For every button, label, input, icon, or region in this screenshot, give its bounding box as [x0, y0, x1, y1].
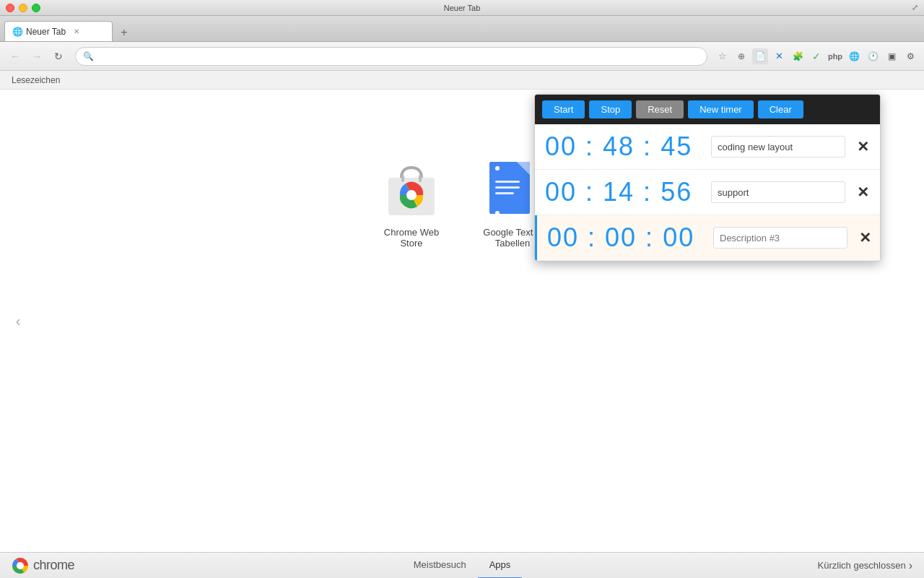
ext-icon-1[interactable]: ⊕ [733, 48, 749, 64]
toolbar-icons: ☆ ⊕ 📄 ✕ 🧩 ✓ php 🌐 🕐 ▣ ⚙ [715, 48, 918, 64]
chrome-brand-text: chrome [33, 558, 74, 573]
ext-icon-10[interactable]: ⚙ [902, 48, 918, 64]
back-button[interactable]: ← [6, 47, 25, 66]
svg-rect-5 [419, 175, 422, 182]
main-content: Chrome Web Store [0, 90, 924, 552]
timer-delete-1[interactable]: ✕ [853, 137, 873, 157]
new-tab-button[interactable]: + [116, 24, 133, 41]
app-chrome-web-store[interactable]: Chrome Web Store [375, 162, 448, 249]
timer-display-2: 00 : 14 : 56 [545, 177, 704, 207]
chrome-web-store-icon [383, 162, 440, 220]
ext-icon-8[interactable]: 🕐 [865, 48, 881, 64]
bottom-recently-closed[interactable]: Kürzlich geschlossen › [818, 559, 912, 572]
bookmark-star-icon[interactable]: ☆ [715, 48, 731, 64]
bottom-tab-apps[interactable]: Apps [478, 553, 523, 579]
bookmarks-bar: Lesezeichen [0, 71, 924, 90]
left-arrow-button[interactable]: ‹ [7, 310, 29, 332]
bottom-bar: chrome Meistbesuch Apps Kürzlich geschlo… [0, 552, 924, 578]
chevron-right-icon: › [909, 559, 912, 572]
timer-display-3: 00 : 00 : 00 [547, 223, 706, 253]
tab-label: Neuer Tab [26, 27, 66, 37]
title-bar-right: ⤢ [912, 3, 918, 12]
address-bar: 🔍 [75, 47, 707, 66]
bottom-left: chrome [12, 557, 74, 574]
svg-point-3 [406, 190, 417, 200]
search-icon: 🔍 [83, 51, 94, 61]
new-timer-button[interactable]: New timer [688, 100, 754, 118]
reload-button[interactable]: ↻ [49, 47, 68, 66]
title-bar: Neuer Tab ⤢ [0, 0, 924, 16]
tab-neuer-tab[interactable]: 🌐 Neuer Tab ✕ [4, 21, 113, 41]
ext-icon-3[interactable]: ✕ [771, 48, 787, 64]
timer-desc-input-2[interactable] [711, 181, 845, 203]
maximize-button[interactable] [32, 4, 40, 12]
ext-icon-2[interactable]: 📄 [752, 48, 768, 64]
stop-button[interactable]: Stop [589, 100, 632, 118]
reset-button[interactable]: Reset [636, 100, 684, 118]
timer-desc-input-1[interactable] [711, 136, 845, 158]
minimize-button[interactable] [19, 4, 27, 12]
window-controls [6, 4, 40, 12]
forward-button[interactable]: → [27, 47, 46, 66]
timer-display-1: 00 : 48 : 45 [545, 131, 704, 162]
start-button[interactable]: Start [542, 100, 585, 118]
apps-grid: Chrome Web Store [375, 162, 549, 249]
bookmarks-label[interactable]: Lesezeichen [6, 75, 66, 85]
ext-icon-9[interactable]: ▣ [884, 48, 899, 64]
address-input[interactable] [98, 51, 699, 61]
chrome-logo-icon [12, 557, 29, 574]
timer-row-1: 00 : 48 : 45 ✕ [535, 124, 880, 170]
ext-icon-7[interactable]: 🌐 [846, 48, 862, 64]
svg-point-7 [17, 562, 24, 569]
ext-icon-4[interactable]: 🧩 [790, 48, 806, 64]
clear-button[interactable]: Clear [758, 100, 803, 118]
close-button[interactable] [6, 4, 14, 12]
timer-popup: Start Stop Reset New timer Clear 00 : 48… [534, 94, 881, 262]
timer-delete-2[interactable]: ✕ [853, 182, 873, 202]
tab-bar: 🌐 Neuer Tab ✕ + [0, 16, 924, 42]
timer-toolbar: Start Stop Reset New timer Clear [535, 95, 880, 124]
nav-bar: ← → ↻ 🔍 ☆ ⊕ 📄 ✕ 🧩 ✓ php 🌐 🕐 ▣ ⚙ [0, 42, 924, 71]
tab-close-icon[interactable]: ✕ [71, 27, 82, 37]
svg-rect-4 [401, 175, 404, 182]
timer-desc-input-3[interactable] [713, 227, 847, 249]
chrome-logo: chrome [12, 557, 74, 574]
ext-icon-6[interactable]: php [827, 48, 843, 64]
ext-icon-5[interactable]: ✓ [808, 48, 824, 64]
timer-delete-3[interactable]: ✕ [855, 228, 876, 248]
timer-row-2: 00 : 14 : 56 ✕ [535, 170, 880, 215]
timer-row-3: 00 : 00 : 00 ✕ [535, 215, 880, 261]
chrome-web-store-label: Chrome Web Store [375, 227, 448, 249]
window-title: Neuer Tab [444, 4, 481, 12]
bottom-tab-meistbesuch[interactable]: Meistbesuch [402, 553, 478, 579]
